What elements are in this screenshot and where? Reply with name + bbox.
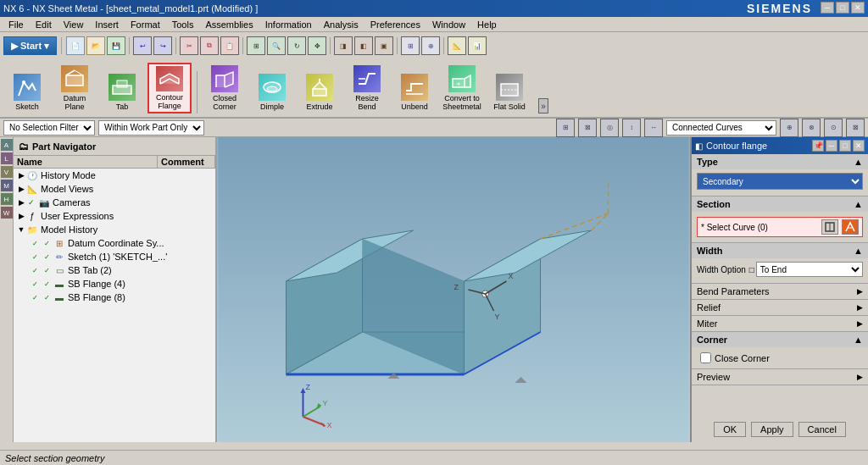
cf-section-header[interactable]: Section ▲ <box>692 197 868 212</box>
grid-icon[interactable]: ⊞ <box>401 36 420 55</box>
cf-width-header[interactable]: Width ▲ <box>692 243 868 258</box>
menu-analysis[interactable]: Analysis <box>319 19 364 30</box>
work-part-select[interactable]: Within Work Part Only <box>98 120 204 136</box>
render3-icon[interactable]: ▣ <box>375 36 393 55</box>
start-button[interactable]: ▶ Start ▾ <box>3 36 57 55</box>
cut-icon[interactable]: ✂ <box>180 36 198 55</box>
nav-item-history-mode[interactable]: ▶ 🕐 History Mode <box>14 169 215 182</box>
close-corner-checkbox[interactable] <box>700 352 711 363</box>
copy-icon[interactable]: ⧉ <box>200 36 219 55</box>
measure-side-icon[interactable]: M <box>1 180 13 191</box>
undo-icon[interactable]: ↩ <box>133 36 152 55</box>
select-curve-btn1[interactable] <box>821 219 838 235</box>
menu-window[interactable]: Window <box>427 19 470 30</box>
nav-item-model-views[interactable]: ▶ 📐 Model Views <box>14 182 215 196</box>
cf-bend-params-row[interactable]: Bend Parameters ▶ <box>692 284 868 300</box>
nav-item-sb-tab[interactable]: ✓ ✓ ▭ SB Tab (2) <box>14 263 215 277</box>
dimple-button[interactable]: Dimple <box>250 63 294 113</box>
zoom-icon[interactable]: 🔍 <box>267 36 286 55</box>
cf-minimize-button[interactable]: ─ <box>826 140 837 152</box>
expand-user-expressions[interactable]: ▶ <box>17 212 25 220</box>
cf-width-option-select[interactable]: To End <box>756 262 863 277</box>
web-icon[interactable]: W <box>1 207 13 219</box>
filter-icon1[interactable]: ⊞ <box>556 119 575 137</box>
new-icon[interactable]: 📄 <box>66 36 85 55</box>
nav-item-model-history[interactable]: ▼ 📁 Model History <box>14 223 215 236</box>
expand-history-mode[interactable]: ▶ <box>17 171 25 180</box>
snap-icon[interactable]: ⊕ <box>421 36 440 55</box>
analyze-icon[interactable]: 📊 <box>468 36 487 55</box>
paste-icon[interactable]: 📋 <box>220 36 239 55</box>
render2-icon[interactable]: ◧ <box>354 36 373 55</box>
unbend-button[interactable]: Unbend <box>392 63 437 113</box>
cf-maximize-button[interactable]: □ <box>839 140 851 152</box>
layer-icon[interactable]: L <box>1 152 13 164</box>
cf-relief-row[interactable]: Relief ▶ <box>692 300 868 316</box>
fit-icon[interactable]: ⊞ <box>247 36 265 55</box>
nav-item-user-expressions[interactable]: ▶ ƒ User Expressions <box>14 209 215 223</box>
more-tools-icon[interactable]: » <box>538 98 548 113</box>
measure-icon[interactable]: 📐 <box>448 36 466 55</box>
assembly-icon[interactable]: A <box>1 139 13 151</box>
curve-icon2[interactable]: ⊗ <box>802 119 821 137</box>
expand-model-history[interactable]: ▼ <box>17 225 25 234</box>
extrude-button[interactable]: Extrude <box>298 63 342 113</box>
curve-option-select[interactable]: Connected Curves <box>666 120 776 136</box>
menu-format[interactable]: Format <box>125 19 165 30</box>
pan-icon[interactable]: ✥ <box>308 36 326 55</box>
sketch-button[interactable]: Sketch <box>5 63 49 113</box>
menu-insert[interactable]: Insert <box>90 19 124 30</box>
nav-item-datum-coord[interactable]: ✓ ✓ ⊞ Datum Coordinate Sy... <box>14 236 215 250</box>
cf-ok-button[interactable]: OK <box>714 422 746 437</box>
selection-filter-select[interactable]: No Selection Filter <box>3 120 95 136</box>
cf-cancel-button[interactable]: Cancel <box>798 422 846 437</box>
expand-model-views[interactable]: ▶ <box>17 185 25 193</box>
nav-item-sb-flange4[interactable]: ✓ ✓ ▬ SB Flange (4) <box>14 277 215 291</box>
cf-preview-row[interactable]: Preview ▶ <box>692 369 868 385</box>
history-icon[interactable]: H <box>1 193 13 205</box>
curve-icon1[interactable]: ⊕ <box>780 119 798 137</box>
menu-assemblies[interactable]: Assemblies <box>200 19 258 30</box>
render1-icon[interactable]: ◨ <box>334 36 353 55</box>
cf-corner-header[interactable]: Corner ▲ <box>692 332 868 347</box>
menu-preferences[interactable]: Preferences <box>365 19 426 30</box>
open-icon[interactable]: 📂 <box>86 36 105 55</box>
curve-icon3[interactable]: ⊙ <box>824 119 843 137</box>
flat-solid-button[interactable]: Flat Solid <box>487 63 531 113</box>
minimize-button[interactable]: ─ <box>821 2 834 14</box>
close-button[interactable]: ✕ <box>851 2 865 14</box>
resize-bend-button[interactable]: ResizeBend <box>345 63 389 113</box>
view-icon[interactable]: V <box>1 166 13 178</box>
menu-help[interactable]: Help <box>472 19 502 30</box>
snap-toggle[interactable]: ⊠ <box>846 119 865 137</box>
menu-file[interactable]: File <box>3 19 29 30</box>
datum-plane-button[interactable]: DatumPlane <box>53 63 97 113</box>
cf-close-button[interactable]: ✕ <box>853 140 865 152</box>
menu-edit[interactable]: Edit <box>31 19 57 30</box>
cf-miter-row[interactable]: Miter ▶ <box>692 316 868 332</box>
cf-apply-button[interactable]: Apply <box>751 422 793 437</box>
menu-view[interactable]: View <box>58 19 89 30</box>
tab-button[interactable]: Tab <box>100 63 144 113</box>
nav-item-cameras[interactable]: ▶ ✓ 📷 Cameras <box>14 196 215 209</box>
closed-corner-button[interactable]: ClosedCorner <box>203 63 247 113</box>
viewport[interactable]: X Y Z Z X Y <box>217 137 690 442</box>
filter-icon5[interactable]: ↔ <box>644 119 663 137</box>
nav-item-sb-flange8[interactable]: ✓ ✓ ▬ SB Flange (8) <box>14 291 215 304</box>
cf-pin-button[interactable]: 📌 <box>812 140 824 152</box>
cf-type-select[interactable]: Secondary <box>697 173 863 190</box>
menu-tools[interactable]: Tools <box>167 19 199 30</box>
nav-item-sketch[interactable]: ✓ ✓ ✏ Sketch (1) 'SKETCH_...' <box>14 250 215 263</box>
cf-type-header[interactable]: Type ▲ <box>692 154 868 169</box>
expand-cameras[interactable]: ▶ <box>17 198 25 207</box>
filter-icon3[interactable]: ◎ <box>600 119 619 137</box>
select-curve-btn2[interactable] <box>842 219 859 235</box>
filter-icon2[interactable]: ⊠ <box>578 119 597 137</box>
contour-flange-button[interactable]: ContourFlange <box>147 63 192 113</box>
maximize-button[interactable]: □ <box>836 2 849 14</box>
menu-information[interactable]: Information <box>260 19 317 30</box>
redo-icon[interactable]: ↪ <box>153 36 172 55</box>
convert-sheetmetal-button[interactable]: ➜ Convert toSheetmetal <box>440 63 484 113</box>
rotate-icon[interactable]: ↻ <box>287 36 306 55</box>
filter-icon4[interactable]: ↕ <box>622 119 641 137</box>
